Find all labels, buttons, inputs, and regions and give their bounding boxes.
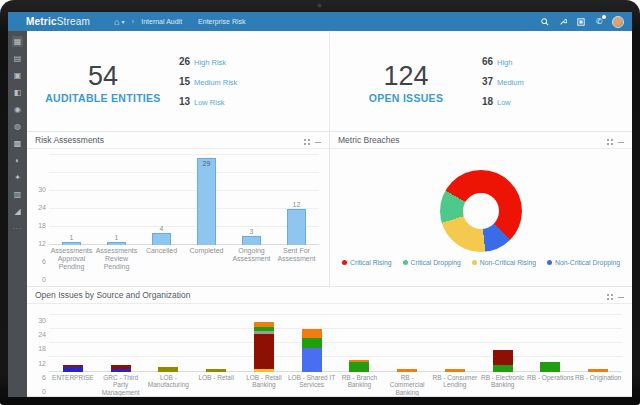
bottom-row: Open Issues by Source and Organization 0… bbox=[27, 287, 632, 397]
library-icon[interactable]: ▥ bbox=[12, 189, 23, 200]
x-tick-label: RB - Operations bbox=[527, 372, 575, 396]
bar-segment bbox=[397, 369, 417, 371]
legend-label: Non-Critical Dropping bbox=[555, 259, 620, 266]
x-tick-label: RB - Commercial Banking bbox=[383, 372, 431, 396]
x-tick-label: RB - Origination bbox=[574, 372, 622, 396]
assessments-icon[interactable]: ◧ bbox=[12, 87, 23, 98]
home-icon[interactable]: ⌂▾ bbox=[114, 17, 124, 27]
stat-value: 13 bbox=[179, 96, 190, 107]
bar-group: 12 bbox=[274, 155, 319, 245]
y-tick-label: 12 bbox=[38, 240, 46, 247]
tools-icon[interactable] bbox=[558, 17, 568, 27]
minimize-icon[interactable] bbox=[315, 142, 321, 143]
notifications-icon[interactable]: ◍ bbox=[12, 121, 23, 132]
legend-label: Non-Critical Rising bbox=[480, 259, 536, 266]
metric-breaches-chart: Critical RisingCritical DroppingNon-Crit… bbox=[330, 149, 632, 286]
tab-enterprise-risk[interactable]: Enterprise Risk bbox=[198, 18, 245, 25]
y-tick-label: 24 bbox=[38, 331, 46, 338]
legend-marker bbox=[403, 260, 408, 265]
settings-icon[interactable]: ✦ bbox=[12, 172, 23, 183]
stat-row: 15Medium Risk bbox=[179, 76, 311, 87]
legend-marker bbox=[547, 260, 552, 265]
top-navbar: MetricStream ⌂▾ › Internal AuditEnterpri… bbox=[8, 12, 632, 31]
x-tick-label: Sent For Assessment bbox=[274, 245, 319, 271]
stat-row: 13Low Risk bbox=[179, 96, 311, 107]
kpi-stats: 66High37Medium18Low bbox=[482, 56, 632, 107]
stat-value: 15 bbox=[179, 76, 190, 87]
panel-header: Risk Assessments bbox=[27, 132, 329, 149]
stat-row: 26High Risk bbox=[179, 56, 311, 67]
bar bbox=[287, 209, 306, 245]
apps-icon[interactable] bbox=[576, 17, 586, 27]
screen: MetricStream ⌂▾ › Internal AuditEnterpri… bbox=[8, 12, 632, 397]
middle-row: Risk Assessments 061218243011429312Asses… bbox=[27, 132, 632, 287]
bar-group: 4 bbox=[139, 155, 184, 245]
bar-group: 29 bbox=[184, 155, 229, 245]
brand-logo[interactable]: MetricStream bbox=[26, 16, 90, 27]
x-tick-label: RB - Electronic Banking bbox=[479, 372, 527, 396]
phone-icon[interactable]: ✆ bbox=[594, 17, 604, 27]
kpi-value: 54 bbox=[88, 62, 118, 90]
stat-label: Medium Risk bbox=[194, 78, 237, 87]
chart-area: 0612182430ENTERPRISEGRC - Third Party Ma… bbox=[27, 304, 632, 396]
expand-icon[interactable] bbox=[304, 139, 306, 141]
bar-group bbox=[383, 308, 431, 372]
legend-item: Non-Critical Rising bbox=[472, 259, 536, 266]
x-tick-label: Completed bbox=[184, 245, 229, 271]
expand-icon[interactable] bbox=[607, 139, 609, 141]
search-icon[interactable]: ◉ bbox=[12, 104, 23, 115]
x-tick-label: RB - Consumer Lending bbox=[431, 372, 479, 396]
bar-segment bbox=[158, 367, 178, 372]
x-tick-label: ENTERPRISE bbox=[49, 372, 97, 396]
stacked-bar bbox=[158, 367, 178, 372]
bar-segment bbox=[493, 365, 513, 372]
reports-icon[interactable]: ▤ bbox=[12, 53, 23, 64]
x-tick-label: LOB - Retail Banking bbox=[240, 372, 288, 396]
bar-group bbox=[336, 308, 384, 372]
legend-label: Critical Dropping bbox=[411, 259, 461, 266]
bar-group bbox=[145, 308, 193, 372]
minimize-icon[interactable] bbox=[618, 142, 624, 143]
bar-segment bbox=[302, 348, 322, 372]
y-tick-label: 6 bbox=[42, 374, 46, 381]
documents-icon[interactable]: ▣ bbox=[12, 70, 23, 81]
bar-segment bbox=[493, 350, 513, 364]
y-tick-label: 30 bbox=[38, 317, 46, 324]
search-icon[interactable] bbox=[540, 17, 550, 27]
plot-area bbox=[49, 308, 622, 372]
plot-area: 11429312 bbox=[49, 155, 319, 245]
chevron-down-icon: ▾ bbox=[122, 18, 125, 25]
stacked-bar bbox=[445, 369, 465, 371]
bar: 29 bbox=[197, 158, 216, 245]
bar bbox=[62, 242, 81, 245]
stat-value: 26 bbox=[179, 56, 190, 67]
stat-row: 18Low bbox=[482, 96, 614, 107]
bar bbox=[107, 242, 126, 245]
bars: 11429312 bbox=[49, 155, 319, 245]
tab-internal-audit[interactable]: Internal Audit bbox=[141, 18, 182, 25]
stat-label: High Risk bbox=[194, 58, 226, 67]
apps-grid-icon[interactable]: ▩ bbox=[12, 138, 23, 149]
x-tick-label: LOB - Shared IT Services bbox=[288, 372, 336, 396]
legend-marker bbox=[472, 260, 477, 265]
stat-value: 66 bbox=[482, 56, 493, 67]
analytics-icon[interactable]: ◐ bbox=[12, 155, 23, 166]
panel-header: Metric Breaches bbox=[330, 132, 632, 149]
minimize-icon[interactable] bbox=[618, 297, 624, 298]
expand-icon[interactable] bbox=[607, 294, 609, 296]
x-tick-label: LOB - Retail bbox=[192, 372, 240, 396]
stacked-bar bbox=[111, 365, 131, 372]
bar-value-label: 1 bbox=[115, 234, 119, 241]
panel-header: Open Issues by Source and Organization bbox=[27, 287, 632, 304]
dashboard-icon[interactable]: ▦ bbox=[12, 36, 23, 47]
bar-value-label: 12 bbox=[293, 201, 301, 208]
panel-title: Open Issues by Source and Organization bbox=[35, 290, 190, 300]
sidebar-more-icon[interactable]: ··· bbox=[13, 225, 23, 232]
kpi-open-issues: 124 OPEN ISSUES 66High37Medium18Low bbox=[330, 31, 632, 131]
x-tick-label: Ongoing Assessment bbox=[229, 245, 274, 271]
kpi-value: 124 bbox=[383, 62, 428, 90]
avatar[interactable] bbox=[612, 16, 624, 28]
trends-icon[interactable]: ◢ bbox=[12, 206, 23, 217]
legend-marker bbox=[342, 260, 347, 265]
y-axis: 0612182430 bbox=[31, 155, 49, 286]
